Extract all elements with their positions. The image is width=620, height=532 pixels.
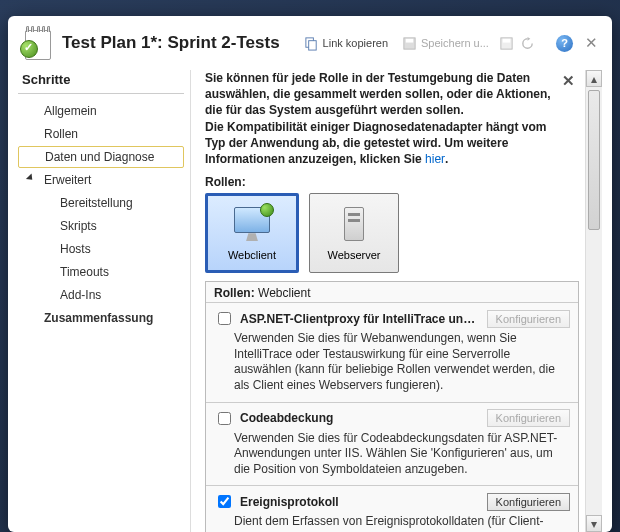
monitor-icon: [232, 205, 272, 245]
sidebar-item-bereitstellung[interactable]: Bereitstellung: [18, 192, 184, 214]
copy-link-button[interactable]: Link kopieren: [300, 34, 392, 53]
help-icon[interactable]: ?: [556, 35, 573, 52]
content: ✕ Sie können für jede Rolle in der Testu…: [191, 70, 602, 532]
option-title: Codeabdeckung: [240, 411, 481, 425]
option-desc: Verwenden Sie dies für Webanwendungen, w…: [234, 331, 566, 393]
refresh-icon-button[interactable]: [520, 36, 535, 51]
sidebar-item-zusammenfassung[interactable]: Zusammenfassung: [18, 307, 184, 329]
sidebar-item-skripts[interactable]: Skripts: [18, 215, 184, 237]
sidebar-heading: Schritte: [18, 70, 184, 94]
selected-role-value: Webclient: [258, 286, 310, 300]
save-button[interactable]: Speichern u...: [398, 34, 493, 53]
roles-section: Rollen: Webclient ASP.NET-Clientproxy fü…: [205, 281, 579, 532]
sidebar-item-daten-und-diagnose[interactable]: Daten und Diagnose: [18, 146, 184, 168]
configure-button[interactable]: Konfigurieren: [487, 409, 570, 427]
role-tile-webserver[interactable]: Webserver: [309, 193, 399, 273]
role-option-codeabdeckung: Codeabdeckung Konfigurieren Verwenden Si…: [206, 402, 578, 486]
sidebar-item-allgemein[interactable]: Allgemein: [18, 100, 184, 122]
sidebar-item-label: Erweitert: [44, 173, 91, 187]
sidebar: Schritte Allgemein Rollen Daten und Diag…: [18, 70, 190, 532]
chevron-down-icon[interactable]: [26, 173, 35, 182]
role-tile-label: Webserver: [328, 249, 381, 261]
role-option-aspnet-proxy: ASP.NET-Clientproxy für IntelliTrace und…: [206, 302, 578, 401]
titlebar: Test Plan 1*: Sprint 2-Tests Link kopier…: [8, 16, 612, 70]
option-desc: Verwenden Sie dies für Codeabdeckungsdat…: [234, 431, 566, 478]
scroll-up-icon[interactable]: ▴: [586, 70, 602, 87]
role-tile-label: Webclient: [228, 249, 276, 261]
intro-text: Sie können für jede Rolle in der Testumg…: [205, 70, 579, 167]
sidebar-item-timeouts[interactable]: Timeouts: [18, 261, 184, 283]
sidebar-item-add-ins[interactable]: Add-Ins: [18, 284, 184, 306]
scroll-thumb[interactable]: [588, 90, 600, 230]
option-title: ASP.NET-Clientproxy für IntelliTrace und…: [240, 312, 481, 326]
option-desc: Dient dem Erfassen von Ereignisprotokoll…: [234, 514, 566, 532]
option-title: Ereignisprotokoll: [240, 495, 481, 509]
selected-role-label: Rollen:: [214, 286, 255, 300]
body: Schritte Allgemein Rollen Daten und Diag…: [8, 70, 612, 532]
roles-section-title: Rollen: Webclient: [206, 282, 578, 302]
intro-link[interactable]: hier: [425, 152, 445, 166]
role-tile-webclient[interactable]: Webclient: [205, 193, 299, 273]
scroll-down-icon[interactable]: ▾: [586, 515, 602, 532]
dialog-window: Test Plan 1*: Sprint 2-Tests Link kopier…: [8, 16, 612, 532]
svg-rect-5: [503, 38, 511, 42]
sidebar-item-erweitert[interactable]: Erweitert: [18, 169, 184, 191]
save-icon: [402, 36, 417, 51]
copy-link-icon: [304, 36, 319, 51]
window-title: Test Plan 1*: Sprint 2-Tests: [62, 33, 280, 53]
svg-rect-1: [308, 40, 316, 49]
save-icon-button[interactable]: [499, 36, 514, 51]
scrollbar[interactable]: ▴ ▾: [585, 70, 602, 532]
sidebar-item-hosts[interactable]: Hosts: [18, 238, 184, 260]
configure-button[interactable]: Konfigurieren: [487, 310, 570, 328]
test-plan-icon: [22, 26, 52, 60]
checkbox-codeabdeckung[interactable]: [218, 412, 231, 425]
role-tiles: Webclient Webserver: [205, 193, 579, 273]
checkbox-ereignisprotokoll[interactable]: [218, 495, 231, 508]
server-icon: [334, 205, 374, 245]
pane-close-icon[interactable]: ✕: [562, 72, 575, 90]
copy-link-label: Link kopieren: [323, 37, 388, 49]
intro2a: Die Kompatibilität einiger Diagnosedaten…: [205, 120, 546, 166]
checkbox-aspnet-proxy[interactable]: [218, 312, 231, 325]
intro-bold: Sie können für jede Rolle in der Testumg…: [205, 71, 551, 117]
svg-rect-3: [406, 38, 414, 42]
role-option-ereignisprotokoll: Ereignisprotokoll Konfigurieren Dient de…: [206, 485, 578, 532]
configure-button[interactable]: Konfigurieren: [487, 493, 570, 511]
titlebar-right: ? ✕: [556, 34, 598, 52]
sidebar-item-rollen[interactable]: Rollen: [18, 123, 184, 145]
roles-label: Rollen:: [205, 175, 579, 189]
intro2b: .: [445, 152, 448, 166]
toolbar: Link kopieren Speichern u...: [300, 34, 546, 53]
save-label: Speichern u...: [421, 37, 489, 49]
close-icon[interactable]: ✕: [585, 34, 598, 52]
content-inner: ✕ Sie können für jede Rolle in der Testu…: [191, 70, 585, 532]
